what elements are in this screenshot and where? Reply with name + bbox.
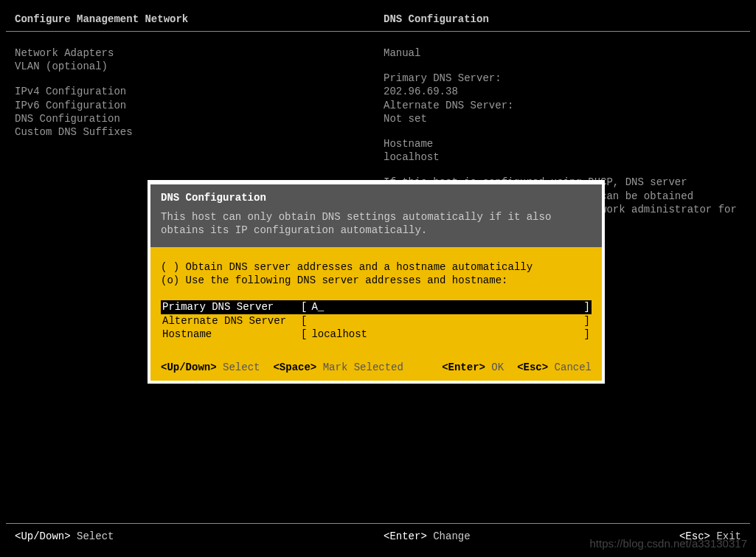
field-hostname-value[interactable]: localhost [307,328,583,341]
field-alt-value[interactable] [307,314,583,328]
menu-item-ipv6[interactable]: IPv6 Configuration [15,99,384,112]
menu-item-network-adapters[interactable]: Network Adapters [15,46,384,60]
bracket-open: [ [301,328,307,341]
menu-item-ipv4[interactable]: IPv4 Configuration [15,85,384,98]
dns-config-dialog: DNS Configuration This host can only obt… [148,180,605,384]
hint-updown: <Up/Down> Select [161,361,260,373]
watermark: https://blog.csdn.net/a33130317 [589,537,747,550]
field-hostname-label: Hostname [161,328,301,341]
radio-auto[interactable]: ( ) Obtain DNS server addresses and a ho… [161,260,592,274]
menu-item-dns[interactable]: DNS Configuration [15,112,384,125]
field-hostname[interactable]: Hostname [ localhost ] [161,328,592,341]
radio-manual[interactable]: (o) Use the following DNS server address… [161,274,592,287]
dialog-header: DNS Configuration This host can only obt… [150,184,602,247]
hint-space: <Space> Mark Selected [273,361,403,373]
hint-enter[interactable]: <Enter> OK [442,361,504,373]
header-right-title: DNS Configuration [384,13,741,25]
info-primary-label: Primary DNS Server: [384,72,741,85]
menu-item-custom-dns[interactable]: Custom DNS Suffixes [15,125,384,139]
bottom-hint-updown: <Up/Down> Select [15,530,384,542]
dialog-description: This host can only obtain DNS settings a… [161,211,592,237]
field-alt-label: Alternate DNS Server [161,314,301,328]
info-hostname-value: localhost [384,151,741,164]
field-alt-dns[interactable]: Alternate DNS Server [ ] [161,314,592,328]
bracket-close: ] [584,314,592,328]
hint-esc[interactable]: <Esc> Cancel [517,361,592,373]
info-alt-value: Not set [384,112,741,125]
field-primary-label: Primary DNS Server [161,300,301,314]
dialog-footer: <Up/Down> Select <Space> Mark Selected <… [150,348,602,381]
bracket-open: [ [301,300,307,314]
menu-item-vlan[interactable]: VLAN (optional) [15,60,384,73]
bracket-open: [ [301,314,307,328]
header: Configure Management Network DNS Configu… [0,0,756,31]
info-alt-label: Alternate DNS Server: [384,99,741,112]
dialog-fields: Primary DNS Server [ A_ ] Alternate DNS … [161,300,592,341]
bracket-close: ] [584,300,592,314]
info-manual: Manual [384,46,741,60]
info-hostname-label: Hostname [384,137,741,151]
info-primary-value: 202.96.69.38 [384,85,741,98]
bracket-close: ] [584,328,592,341]
header-left-title: Configure Management Network [15,13,384,25]
field-primary-value[interactable]: A_ [307,300,583,314]
field-primary-dns[interactable]: Primary DNS Server [ A_ ] [161,300,592,314]
dialog-body: ( ) Obtain DNS server addresses and a ho… [150,247,602,348]
dialog-title: DNS Configuration [161,192,592,204]
